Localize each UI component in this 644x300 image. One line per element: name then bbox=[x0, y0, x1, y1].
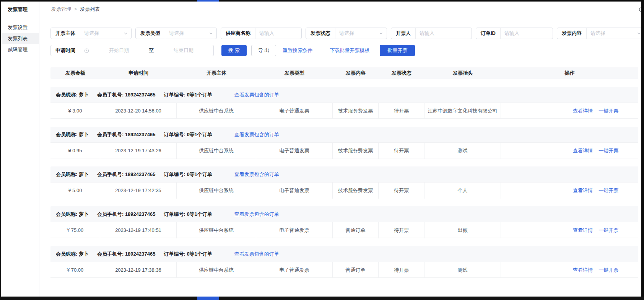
cell-invoice-type: 电子普通发票 bbox=[256, 103, 333, 119]
filter-开票主体[interactable]: 开票主体请选择 bbox=[50, 28, 132, 39]
view-included-orders-link[interactable]: 查看发票包含的订单 bbox=[234, 251, 279, 258]
filter-select-value[interactable]: 请选择 bbox=[80, 30, 124, 37]
filter-发票内容[interactable]: 发票内容请选择 bbox=[557, 28, 641, 39]
end-date-input[interactable]: 结束日期 bbox=[154, 47, 213, 54]
member-phone: 会员手机号: 18924237465 bbox=[97, 131, 155, 138]
filter-input[interactable]: 请输入 bbox=[416, 30, 472, 37]
cell-invoice-type: 电子普通发票 bbox=[256, 143, 333, 159]
cell-subject: 供应链中台系统 bbox=[177, 183, 256, 199]
cell-invoice-title: 个人 bbox=[424, 183, 501, 199]
view-included-orders-link[interactable]: 查看发票包含的订单 bbox=[234, 211, 279, 218]
view-included-orders-link[interactable]: 查看发票包含的订单 bbox=[234, 91, 279, 98]
view-detail-link[interactable]: 查看详情 bbox=[573, 108, 593, 114]
invoice-group: 会员昵称: 萝卜会员手机号: 18924237465订单编号: 0等1个订单查看… bbox=[50, 87, 638, 119]
one-click-invoice-link[interactable]: 一键开票 bbox=[598, 147, 618, 154]
cell-invoice-type: 电子普通发票 bbox=[256, 222, 333, 238]
view-detail-link[interactable]: 查看详情 bbox=[573, 227, 593, 234]
date-range-separator: 至 bbox=[149, 47, 154, 54]
filter-select-value[interactable]: 请选择 bbox=[165, 30, 209, 37]
filter-label: 发票内容 bbox=[557, 30, 586, 37]
one-click-invoice-link[interactable]: 一键开票 bbox=[598, 108, 618, 114]
cell-invoice-status: 待开票 bbox=[379, 183, 424, 199]
one-click-invoice-link[interactable]: 一键开票 bbox=[598, 227, 618, 234]
member-phone: 会员手机号: 18924237465 bbox=[97, 251, 155, 258]
invoice-group: 会员昵称: 萝卜会员手机号: 18924237465订单编号: 0等1个订单查看… bbox=[50, 166, 638, 198]
filter-label: 开票人 bbox=[391, 30, 415, 37]
cell-actions: 查看详情一键开票 bbox=[501, 262, 638, 278]
filter-input[interactable]: 请输入 bbox=[501, 30, 553, 37]
filter-订单ID[interactable]: 订单ID请输入 bbox=[476, 28, 553, 39]
member-nickname: 会员昵称: 萝卜 bbox=[56, 131, 89, 138]
member-nickname: 会员昵称: 萝卜 bbox=[56, 211, 89, 218]
sidebar-item-发票列表[interactable]: 发票列表 bbox=[1, 33, 39, 44]
invoice-table: 发票金额申请时间开票主体发票类型发票内容发票状态发票抬头操作 会员昵称: 萝卜会… bbox=[50, 67, 638, 278]
filter-input[interactable]: 请输入 bbox=[255, 30, 301, 37]
member-nickname: 会员昵称: 萝卜 bbox=[56, 251, 89, 258]
table-header: 发票金额申请时间开票主体发票类型发票内容发票状态发票抬头操作 bbox=[50, 67, 638, 79]
member-phone: 会员手机号: 18924237465 bbox=[97, 91, 155, 98]
table-row: ¥ 75.002023-12-19 17:40:51供应链中台系统电子普通发票普… bbox=[50, 222, 638, 238]
invoice-group: 会员昵称: 萝卜会员手机号: 18924237465订单编号: 0等1个订单查看… bbox=[50, 127, 638, 158]
group-header: 会员昵称: 萝卜会员手机号: 18924237465订单编号: 0等1个订单查看… bbox=[50, 206, 638, 222]
sidebar-menu: 发票设置发票列表赋码管理 bbox=[1, 17, 39, 55]
export-button[interactable]: 导 出 bbox=[251, 45, 276, 56]
filter-发票状态[interactable]: 发票状态请选择 bbox=[306, 28, 387, 39]
group-header: 会员昵称: 萝卜会员手机号: 18924237465订单编号: 0等1个订单查看… bbox=[50, 87, 638, 103]
group-header: 会员昵称: 萝卜会员手机号: 18924237465订单编号: 0等1个订单查看… bbox=[50, 166, 638, 182]
window-frame-top bbox=[0, 0, 644, 2]
cell-actions: 查看详情一键开票 bbox=[501, 143, 638, 159]
chevron-down-icon bbox=[637, 31, 641, 36]
cell-invoice-title: 出额 bbox=[424, 222, 501, 238]
view-detail-link[interactable]: 查看详情 bbox=[573, 187, 593, 194]
app: 发票管理 发票设置发票列表赋码管理 发票管理 > 发票列表 超级管理员 bbox=[1, 2, 641, 297]
frame-accent-top bbox=[197, 0, 219, 2]
group-header: 会员昵称: 萝卜会员手机号: 18924237465订单编号: 0等1个订单查看… bbox=[50, 246, 638, 262]
filter-label: 发票状态 bbox=[306, 30, 335, 37]
cell-amount: ¥ 3.00 bbox=[50, 103, 100, 119]
date-range-picker[interactable]: 申请时间 开始日期 至 结束日期 bbox=[50, 45, 214, 56]
view-included-orders-link[interactable]: 查看发票包含的订单 bbox=[234, 171, 279, 178]
cell-amount: ¥ 5.00 bbox=[50, 183, 100, 199]
cell-invoice-content: 普通订单 bbox=[333, 222, 379, 238]
table-row: ¥ 0.952023-12-19 17:43:26供应链中台系统电子普通发票技术… bbox=[50, 142, 638, 158]
table-body: 会员昵称: 萝卜会员手机号: 18924237465订单编号: 0等1个订单查看… bbox=[50, 87, 638, 278]
column-header-发票金额: 发票金额 bbox=[50, 70, 100, 77]
cell-invoice-content: 技术服务费发票 bbox=[333, 143, 379, 159]
chevron-down-icon bbox=[209, 31, 216, 36]
filter-label: 订单ID bbox=[476, 30, 500, 37]
frame-accent-bottom bbox=[197, 297, 219, 300]
column-header-发票状态: 发票状态 bbox=[379, 70, 424, 77]
sidebar-item-发票设置[interactable]: 发票设置 bbox=[1, 22, 39, 33]
topbar: 发票管理 > 发票列表 超级管理员 bbox=[39, 2, 641, 17]
view-detail-link[interactable]: 查看详情 bbox=[573, 267, 593, 274]
reset-filters-link[interactable]: 重置搜索条件 bbox=[283, 47, 312, 54]
cell-invoice-content: 普通订单 bbox=[333, 262, 379, 278]
batch-invoice-button[interactable]: 批量开票 bbox=[380, 45, 415, 56]
cell-invoice-title: 测试 bbox=[424, 262, 501, 278]
table-row: ¥ 70.002023-12-19 17:38:36供应链中台系统电子普通发票普… bbox=[50, 262, 638, 278]
one-click-invoice-link[interactable]: 一键开票 bbox=[598, 267, 618, 274]
invoice-group: 会员昵称: 萝卜会员手机号: 18924237465订单编号: 0等1个订单查看… bbox=[50, 206, 638, 238]
refresh-icon[interactable] bbox=[638, 7, 641, 13]
filter-发票类型[interactable]: 发票类型请选择 bbox=[135, 28, 217, 39]
one-click-invoice-link[interactable]: 一键开票 bbox=[598, 187, 618, 194]
filter-供应商名称[interactable]: 供应商名称请输入 bbox=[221, 28, 302, 39]
start-date-input[interactable]: 开始日期 bbox=[89, 47, 149, 54]
cell-invoice-content: 技术服务费发票 bbox=[333, 183, 379, 199]
cell-apply-time: 2023-12-19 17:42:35 bbox=[100, 183, 177, 199]
search-button[interactable]: 搜 索 bbox=[221, 45, 247, 56]
order-number: 订单编号: 0等1个订单 bbox=[164, 171, 212, 178]
view-detail-link[interactable]: 查看详情 bbox=[573, 147, 593, 154]
window-frame-right bbox=[641, 0, 644, 300]
filter-开票人[interactable]: 开票人请输入 bbox=[391, 28, 472, 39]
breadcrumb-parent[interactable]: 发票管理 bbox=[51, 6, 71, 13]
cell-invoice-status: 待开票 bbox=[379, 143, 424, 159]
sidebar-item-赋码管理[interactable]: 赋码管理 bbox=[1, 44, 39, 55]
column-header-开票主体: 开票主体 bbox=[177, 70, 256, 77]
group-header: 会员昵称: 萝卜会员手机号: 18924237465订单编号: 0等1个订单查看… bbox=[50, 127, 638, 142]
filter-select-value[interactable]: 请选择 bbox=[587, 30, 637, 37]
order-number: 订单编号: 0等1个订单 bbox=[164, 211, 212, 218]
filter-select-value[interactable]: 请选择 bbox=[335, 30, 379, 37]
download-template-link[interactable]: 下载批量开票模板 bbox=[330, 47, 369, 54]
view-included-orders-link[interactable]: 查看发票包含的订单 bbox=[234, 131, 279, 138]
